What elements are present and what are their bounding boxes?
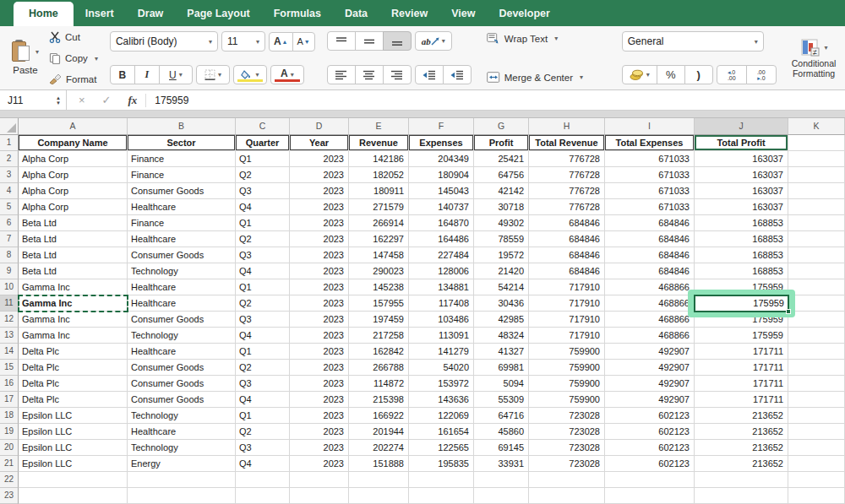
table-cell-G15[interactable]: 69981 — [474, 360, 529, 376]
ribbon-tab-formulas[interactable]: Formulas — [262, 2, 333, 26]
table-cell-B2[interactable]: Finance — [128, 151, 236, 167]
table-cell-E14[interactable]: 162842 — [349, 344, 409, 360]
table-cell-D18[interactable]: 2023 — [290, 408, 349, 424]
column-header-B[interactable]: B — [128, 118, 236, 135]
table-cell-J16[interactable]: 171711 — [695, 376, 788, 392]
row-header-7[interactable]: 7 — [0, 231, 19, 247]
table-cell-G12[interactable]: 42985 — [474, 312, 529, 328]
table-cell-I17[interactable]: 492907 — [605, 392, 695, 408]
table-cell-H12[interactable]: 717910 — [529, 312, 605, 328]
empty-cell-J23[interactable] — [695, 488, 788, 504]
table-cell-D17[interactable]: 2023 — [290, 392, 349, 408]
table-cell-A21[interactable]: Epsilon LLC — [19, 456, 128, 472]
table-cell-K7[interactable] — [788, 231, 845, 247]
table-cell-G9[interactable]: 21420 — [474, 263, 529, 279]
table-cell-C19[interactable]: Q2 — [236, 424, 290, 440]
table-cell-F9[interactable]: 128006 — [409, 263, 474, 279]
row-header-2[interactable]: 2 — [0, 151, 19, 167]
table-cell-I8[interactable]: 684846 — [605, 247, 695, 263]
table-cell-F18[interactable]: 122069 — [409, 408, 474, 424]
table-cell-B12[interactable]: Consumer Goods — [128, 312, 236, 328]
table-cell-E8[interactable]: 147458 — [349, 247, 409, 263]
table-header-cell-C1[interactable]: Quarter — [236, 135, 290, 151]
font-color-button[interactable]: A ▾ — [270, 65, 304, 84]
number-format-select[interactable]: General ▾ — [622, 31, 764, 51]
row-header-1[interactable]: 1 — [0, 135, 19, 151]
paste-button[interactable]: ▾ Paste — [7, 39, 44, 77]
empty-cell-J22[interactable] — [695, 472, 788, 488]
row-header-8[interactable]: 8 — [0, 247, 19, 263]
table-cell-C5[interactable]: Q4 — [236, 199, 290, 215]
table-cell-C9[interactable]: Q4 — [236, 263, 290, 279]
table-cell-J5[interactable]: 163037 — [695, 199, 788, 215]
column-header-J[interactable]: J — [695, 118, 788, 135]
row-header-14[interactable]: 14 — [0, 344, 19, 360]
table-cell-C14[interactable]: Q1 — [236, 344, 290, 360]
table-cell-J8[interactable]: 168853 — [695, 247, 788, 263]
empty-cell-C23[interactable] — [236, 488, 290, 504]
table-cell-C11[interactable]: Q2 — [236, 295, 290, 312]
table-cell-B18[interactable]: Technology — [128, 408, 236, 424]
table-cell-H14[interactable]: 759900 — [529, 344, 605, 360]
table-cell-F2[interactable]: 204349 — [409, 151, 474, 167]
table-cell-I20[interactable]: 602123 — [605, 440, 695, 456]
table-cell-K9[interactable] — [788, 263, 845, 279]
table-cell-K11[interactable] — [788, 295, 845, 312]
table-cell-E21[interactable]: 151888 — [349, 456, 409, 472]
table-cell-A7[interactable]: Beta Ltd — [19, 231, 128, 247]
table-header-cell-H1[interactable]: Total Revenue — [529, 135, 605, 151]
table-cell-K22[interactable] — [788, 472, 845, 488]
column-header-K[interactable]: K — [788, 118, 845, 135]
table-cell-F15[interactable]: 54020 — [409, 360, 474, 376]
table-cell-E2[interactable]: 142186 — [349, 151, 409, 167]
table-cell-B15[interactable]: Consumer Goods — [128, 360, 236, 376]
table-cell-E9[interactable]: 290023 — [349, 263, 409, 279]
table-cell-J6[interactable]: 168853 — [695, 215, 788, 231]
table-header-cell-A1[interactable]: Company Name — [19, 135, 128, 151]
table-cell-A15[interactable]: Delta Plc — [19, 360, 128, 376]
column-header-G[interactable]: G — [474, 118, 529, 135]
table-cell-K10[interactable] — [788, 279, 845, 295]
row-header-4[interactable]: 4 — [0, 183, 19, 199]
table-cell-F8[interactable]: 227484 — [409, 247, 474, 263]
select-all-corner[interactable] — [0, 118, 19, 135]
empty-cell-H23[interactable] — [529, 488, 605, 504]
increase-indent-button[interactable] — [443, 65, 472, 84]
empty-cell-D22[interactable] — [290, 472, 349, 488]
table-cell-C3[interactable]: Q2 — [236, 167, 290, 183]
table-cell-I14[interactable]: 492907 — [605, 344, 695, 360]
table-cell-E20[interactable]: 202274 — [349, 440, 409, 456]
table-cell-B3[interactable]: Finance — [128, 167, 236, 183]
ribbon-tab-insert[interactable]: Insert — [74, 2, 126, 26]
table-cell-B5[interactable]: Healthcare — [128, 199, 236, 215]
table-cell-J14[interactable]: 171711 — [695, 344, 788, 360]
copy-caret-icon[interactable]: ▾ — [95, 55, 98, 62]
table-cell-F4[interactable]: 145043 — [409, 183, 474, 199]
row-header-22[interactable]: 22 — [0, 472, 19, 488]
table-cell-A17[interactable]: Delta Plc — [19, 392, 128, 408]
selected-cell[interactable]: 175959 — [694, 295, 789, 312]
column-header-D[interactable]: D — [290, 118, 349, 135]
table-header-cell-J1[interactable]: Total Profit — [695, 135, 788, 151]
align-left-button[interactable] — [327, 65, 356, 84]
table-cell-I12[interactable]: 468866 — [605, 312, 695, 328]
column-header-I[interactable]: I — [605, 118, 695, 135]
table-cell-J19[interactable]: 213652 — [695, 424, 788, 440]
table-cell-G10[interactable]: 54214 — [474, 279, 529, 295]
table-cell-I16[interactable]: 492907 — [605, 376, 695, 392]
table-cell-E15[interactable]: 266788 — [349, 360, 409, 376]
table-cell-D19[interactable]: 2023 — [290, 424, 349, 440]
table-cell-J4[interactable]: 163037 — [695, 183, 788, 199]
table-cell-K23[interactable] — [788, 488, 845, 504]
align-center-button[interactable] — [355, 65, 384, 84]
empty-cell-A22[interactable] — [19, 472, 128, 488]
underline-button[interactable]: U ▾ — [159, 65, 193, 84]
table-cell-B13[interactable]: Technology — [128, 328, 236, 344]
ribbon-tab-view[interactable]: View — [439, 2, 487, 26]
table-cell-C12[interactable]: Q3 — [236, 312, 290, 328]
ribbon-tab-home[interactable]: Home — [14, 2, 74, 26]
table-cell-K18[interactable] — [788, 408, 845, 424]
table-cell-I11[interactable]: 468866 — [605, 295, 695, 312]
table-cell-H20[interactable]: 723028 — [529, 440, 605, 456]
table-cell-H10[interactable]: 717910 — [529, 279, 605, 295]
